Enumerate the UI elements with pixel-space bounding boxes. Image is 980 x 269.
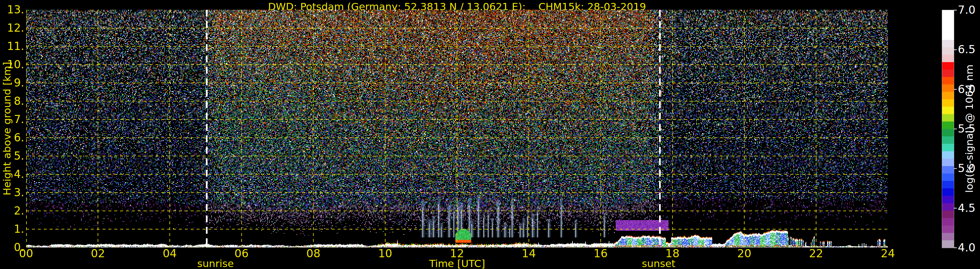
colorbar <box>942 10 957 248</box>
x-tick-label: 02 <box>80 247 116 259</box>
y-tick-label: 8. <box>0 95 24 107</box>
x-tick-label: 16 <box>582 247 619 259</box>
y-tick-label: 5. <box>0 150 24 162</box>
x-tick-label: 10 <box>368 247 403 259</box>
y-tick-label: 10. <box>0 59 24 71</box>
colorbar-tick-label: 6.0 <box>958 83 975 96</box>
sunrise-annotation: sunrise <box>183 258 248 269</box>
x-tick-label: 04 <box>152 247 188 259</box>
y-tick-label: 12. <box>0 22 24 34</box>
y-tick-label: 4. <box>0 168 24 180</box>
x-tick-label: 20 <box>726 247 762 259</box>
y-tick-label: 7. <box>0 113 24 126</box>
sunset-annotation: sunset <box>626 258 691 269</box>
x-tick-label: 00 <box>8 247 44 259</box>
colorbar-tick-label: 6.5 <box>958 43 975 56</box>
colorbar-tick-label: 4.0 <box>958 241 975 254</box>
y-tick-label: 3. <box>0 186 24 199</box>
y-tick-label: 9. <box>0 77 24 89</box>
x-tick-label: 24 <box>870 247 906 259</box>
colorbar-tick-label: 5.5 <box>958 123 975 135</box>
y-tick-label: 13. <box>0 3 24 16</box>
x-tick-label: 12 <box>439 247 475 259</box>
colorbar-tick-label: 4.5 <box>958 202 975 214</box>
x-tick-label: 22 <box>798 247 834 259</box>
colorbar-tick-label: 7.0 <box>958 3 975 16</box>
ceilometer-heatmap <box>26 10 888 247</box>
y-tick-label: 6. <box>0 132 24 144</box>
x-tick-label: 14 <box>511 247 547 259</box>
y-tick-label: 1. <box>0 223 24 236</box>
y-tick-label: 11. <box>0 40 24 53</box>
x-tick-label: 08 <box>296 247 331 259</box>
colorbar-tick-label: 5.0 <box>958 162 975 174</box>
y-axis-label: Height above ground [km] <box>1 47 13 210</box>
y-tick-label: 2. <box>0 205 24 217</box>
